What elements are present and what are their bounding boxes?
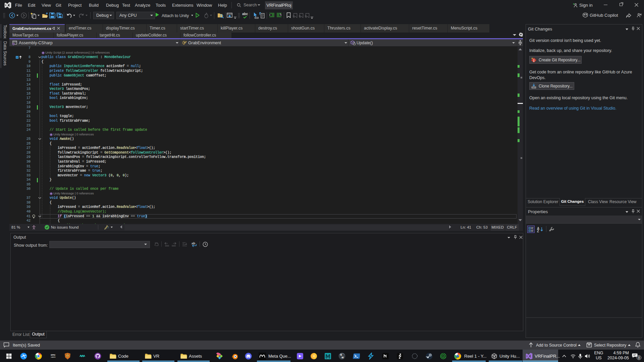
svg-text:AYA: AYA xyxy=(327,358,329,359)
svg-text:B: B xyxy=(340,354,342,356)
svg-text:EPIC: EPIC xyxy=(51,354,56,356)
svg-text:M: M xyxy=(342,356,344,359)
svg-text:2: 2 xyxy=(280,13,281,15)
svg-text:GAMES: GAMES xyxy=(51,356,56,358)
